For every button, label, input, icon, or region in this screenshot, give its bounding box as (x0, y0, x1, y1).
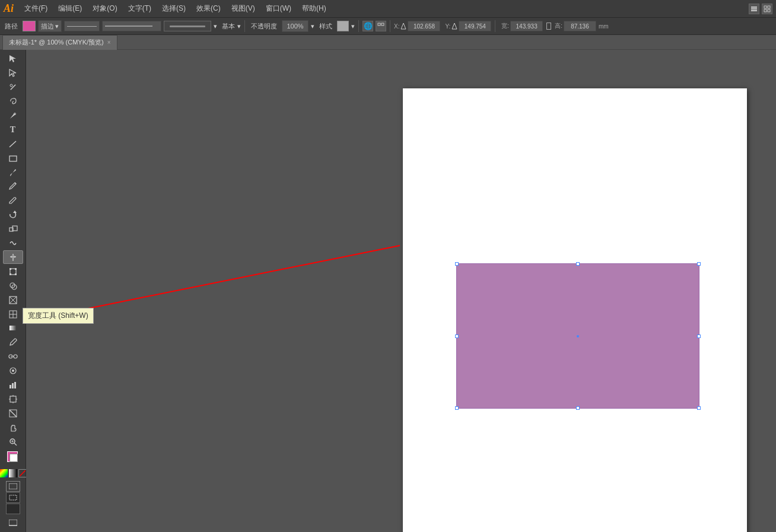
svg-rect-1 (751, 8, 757, 9)
paintbrush-tool[interactable] (3, 165, 23, 179)
scale-tool[interactable] (3, 222, 23, 236)
grid-icon[interactable] (376, 21, 386, 31)
handle-mr[interactable] (697, 335, 701, 338)
lasso-tool[interactable] (3, 95, 23, 109)
artboard-tool[interactable] (3, 392, 23, 406)
eyedropper-tool[interactable] (3, 336, 23, 349)
svg-rect-5 (764, 9, 767, 12)
menu-object[interactable]: 对象(O) (88, 2, 122, 15)
normal-draw-mode[interactable] (6, 481, 20, 492)
menu-text[interactable]: 文字(T) (123, 2, 156, 15)
hand-tool[interactable] (3, 420, 23, 434)
stroke-swatch[interactable] (9, 454, 18, 462)
tab-close-btn[interactable]: × (107, 39, 111, 46)
menu-window[interactable]: 窗口(W) (261, 2, 296, 15)
gradient-tool[interactable] (3, 321, 23, 335)
svg-rect-30 (15, 273, 17, 275)
artboard (403, 88, 747, 532)
menu-edit[interactable]: 编辑(E) (53, 2, 87, 15)
purple-rectangle[interactable] (456, 263, 699, 409)
stroke-style[interactable] (102, 21, 161, 31)
svg-rect-61 (9, 483, 17, 489)
direct-selection-tool[interactable] (3, 66, 23, 80)
mesh-tool[interactable] (3, 307, 23, 321)
pencil-tool[interactable] (3, 180, 23, 193)
grayscale-icon[interactable] (9, 469, 17, 477)
svg-rect-7 (378, 23, 380, 26)
handle-tl[interactable] (455, 262, 459, 266)
handle-tr[interactable] (697, 262, 701, 266)
blend-tool[interactable] (3, 350, 23, 364)
svg-point-45 (12, 369, 14, 372)
selection-tool[interactable] (3, 52, 23, 66)
link-icon[interactable] (546, 23, 551, 30)
rectangle-tool[interactable] (3, 151, 23, 165)
canvas-area[interactable] (26, 50, 776, 532)
annotation-arrow (56, 234, 424, 352)
app-logo: Ai (4, 2, 14, 15)
h-coord: 高: mm (555, 21, 608, 31)
screen-mode-btn[interactable] (6, 518, 20, 528)
handle-tm[interactable] (576, 262, 580, 266)
color-mode-icon[interactable] (0, 469, 8, 477)
svg-rect-48 (14, 382, 16, 388)
menu-select[interactable]: 选择(S) (157, 2, 190, 15)
left-toolbar: T (0, 50, 26, 532)
svg-rect-49 (10, 396, 16, 402)
svg-marker-24 (10, 256, 12, 258)
type-tool[interactable]: T (3, 123, 23, 136)
handle-bl[interactable] (455, 406, 459, 410)
svg-marker-19 (13, 211, 17, 213)
menu-file[interactable]: 文件(F) (20, 2, 52, 15)
draw-inside-mode[interactable] (6, 492, 20, 503)
style-box[interactable] (337, 21, 349, 31)
slice-tool[interactable] (3, 406, 23, 420)
globe-icon[interactable]: 🌐 (362, 21, 373, 31)
handle-ml[interactable] (455, 335, 459, 338)
y-input[interactable] (459, 21, 491, 31)
menu-help[interactable]: 帮助(H) (297, 2, 331, 15)
line-tool[interactable] (3, 137, 23, 151)
menu-view[interactable]: 视图(V) (227, 2, 260, 15)
svg-rect-0 (751, 7, 757, 8)
fill-color-box[interactable] (23, 21, 36, 31)
stroke-dropdown[interactable]: 描边 ▾ (38, 20, 62, 32)
panel-icon[interactable] (749, 4, 759, 14)
handle-bm[interactable] (576, 406, 580, 410)
zoom-tool[interactable] (3, 435, 23, 448)
h-input[interactable] (564, 21, 596, 31)
free-transform-tool[interactable] (3, 265, 23, 278)
document-tab[interactable]: 未标题-1* @ 100% (CMYK/预览) × (2, 35, 117, 50)
svg-marker-25 (14, 256, 16, 258)
handle-br[interactable] (697, 406, 701, 410)
color-swatches (5, 449, 21, 466)
magic-wand-tool[interactable] (3, 81, 23, 94)
svg-rect-4 (768, 6, 770, 8)
center-point (577, 335, 579, 337)
menu-effect[interactable]: 效果(C) (192, 2, 225, 15)
opacity-input[interactable] (282, 20, 309, 32)
bar-chart-tool[interactable] (3, 378, 23, 392)
x-coord: X: (394, 21, 440, 31)
x-input[interactable] (408, 21, 440, 31)
pen-tool[interactable] (3, 109, 23, 123)
rotate-tool[interactable] (3, 208, 23, 222)
draw-behind-mode[interactable] (6, 504, 20, 514)
none-icon[interactable] (18, 469, 27, 477)
drawing-modes (6, 481, 20, 514)
y-coord: Y: (445, 21, 491, 31)
stroke-weight[interactable] (64, 21, 100, 31)
eraser-tool[interactable] (3, 194, 23, 208)
perspective-tool[interactable] (3, 293, 23, 307)
tab-bar: 未标题-1* @ 100% (CMYK/预览) × (0, 35, 776, 50)
workspace-icon[interactable] (762, 4, 772, 14)
svg-line-16 (9, 141, 16, 147)
shape-builder-tool[interactable] (3, 279, 23, 292)
width-tool[interactable] (3, 250, 23, 264)
svg-line-57 (14, 443, 17, 445)
warp-tool[interactable] (3, 237, 23, 250)
symbol-tool[interactable] (3, 364, 23, 378)
svg-rect-28 (15, 268, 17, 270)
svg-rect-8 (381, 23, 384, 26)
w-input[interactable] (510, 21, 543, 31)
